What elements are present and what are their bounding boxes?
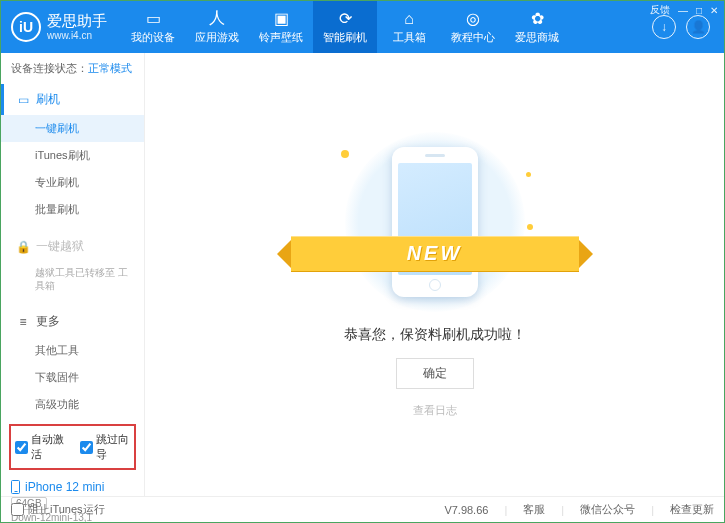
section-more: ≡ 更多 其他工具 下载固件 高级功能: [1, 306, 144, 418]
flash-icon: ⟳: [339, 10, 352, 28]
nav-toolbox[interactable]: ⌂工具箱: [377, 1, 441, 53]
flash-options: 自动激活 跳过向导: [9, 424, 136, 470]
toolbox-icon: ⌂: [404, 10, 414, 28]
app-url: www.i4.cn: [47, 30, 107, 41]
service-link[interactable]: 客服: [523, 502, 545, 517]
menu-icon: ≡: [16, 315, 30, 329]
confirm-button[interactable]: 确定: [396, 358, 474, 389]
main-nav: ▭我的设备 人应用游戏 ▣铃声壁纸 ⟳智能刷机 ⌂工具箱 ◎教程中心 ✿爱思商城: [121, 1, 652, 53]
sidebar-item-oneclick[interactable]: 一键刷机: [1, 115, 144, 142]
store-icon: ✿: [531, 10, 544, 28]
version-label: V7.98.66: [444, 504, 488, 516]
check-skip-guide[interactable]: 跳过向导: [80, 432, 131, 462]
check-update-link[interactable]: 检查更新: [670, 502, 714, 517]
sidebar-item-batch[interactable]: 批量刷机: [1, 196, 144, 223]
section-flash: ▭ 刷机 一键刷机 iTunes刷机 专业刷机 批量刷机: [1, 84, 144, 223]
app-window: 反馈 — □ ✕ iU 爱思助手 www.i4.cn ▭我的设备 人应用游戏 ▣…: [0, 0, 725, 523]
success-illustration: NEW: [335, 132, 535, 312]
view-log-link[interactable]: 查看日志: [413, 403, 457, 418]
header: 反馈 — □ ✕ iU 爱思助手 www.i4.cn ▭我的设备 人应用游戏 ▣…: [1, 1, 724, 53]
sidebar-item-itunes[interactable]: iTunes刷机: [1, 142, 144, 169]
sidebar: 设备连接状态：正常模式 ▭ 刷机 一键刷机 iTunes刷机 专业刷机 批量刷机…: [1, 53, 145, 496]
success-message: 恭喜您，保资料刷机成功啦！: [344, 326, 526, 344]
wechat-link[interactable]: 微信公众号: [580, 502, 635, 517]
nav-apps[interactable]: 人应用游戏: [185, 1, 249, 53]
device-phone-icon: [11, 480, 20, 494]
section-more-head[interactable]: ≡ 更多: [1, 306, 144, 337]
section-flash-head[interactable]: ▭ 刷机: [1, 84, 144, 115]
app-name: 爱思助手: [47, 13, 107, 30]
section-jailbreak-head[interactable]: 🔒 一键越狱: [1, 231, 144, 262]
ribbon-text: NEW: [291, 236, 579, 272]
maximize-button[interactable]: □: [696, 5, 702, 16]
logo-icon: iU: [11, 12, 41, 42]
body: 设备连接状态：正常模式 ▭ 刷机 一键刷机 iTunes刷机 专业刷机 批量刷机…: [1, 53, 724, 496]
nav-flash[interactable]: ⟳智能刷机: [313, 1, 377, 53]
logo: iU 爱思助手 www.i4.cn: [1, 1, 121, 53]
close-button[interactable]: ✕: [710, 5, 718, 16]
check-auto-activate[interactable]: 自动激活: [15, 432, 66, 462]
tutorial-icon: ◎: [466, 10, 480, 28]
apps-icon: 人: [209, 10, 225, 28]
jailbreak-note: 越狱工具已转移至 工具箱: [1, 262, 144, 298]
sidebar-item-pro[interactable]: 专业刷机: [1, 169, 144, 196]
footer: 阻止iTunes运行 V7.98.66 | 客服 | 微信公众号 | 检查更新: [1, 496, 724, 522]
device-name: iPhone 12 mini: [11, 480, 134, 494]
main-content: NEW 恭喜您，保资料刷机成功啦！ 确定 查看日志: [145, 53, 724, 496]
nav-ringtones[interactable]: ▣铃声壁纸: [249, 1, 313, 53]
nav-store[interactable]: ✿爱思商城: [505, 1, 569, 53]
minimize-button[interactable]: —: [678, 5, 688, 16]
ringtone-icon: ▣: [274, 10, 289, 28]
user-button[interactable]: 👤: [686, 15, 710, 39]
sidebar-item-othertools[interactable]: 其他工具: [1, 337, 144, 364]
sidebar-item-firmware[interactable]: 下载固件: [1, 364, 144, 391]
connection-status: 设备连接状态：正常模式: [1, 53, 144, 84]
block-itunes-check[interactable]: 阻止iTunes运行: [11, 502, 105, 517]
status-value: 正常模式: [88, 62, 132, 74]
nav-my-device[interactable]: ▭我的设备: [121, 1, 185, 53]
phone-icon: ▭: [16, 93, 30, 107]
device-icon: ▭: [146, 10, 161, 28]
nav-tutorials[interactable]: ◎教程中心: [441, 1, 505, 53]
sidebar-item-advanced[interactable]: 高级功能: [1, 391, 144, 418]
lock-icon: 🔒: [16, 240, 30, 254]
download-button[interactable]: ↓: [652, 15, 676, 39]
section-jailbreak: 🔒 一键越狱 越狱工具已转移至 工具箱: [1, 231, 144, 298]
